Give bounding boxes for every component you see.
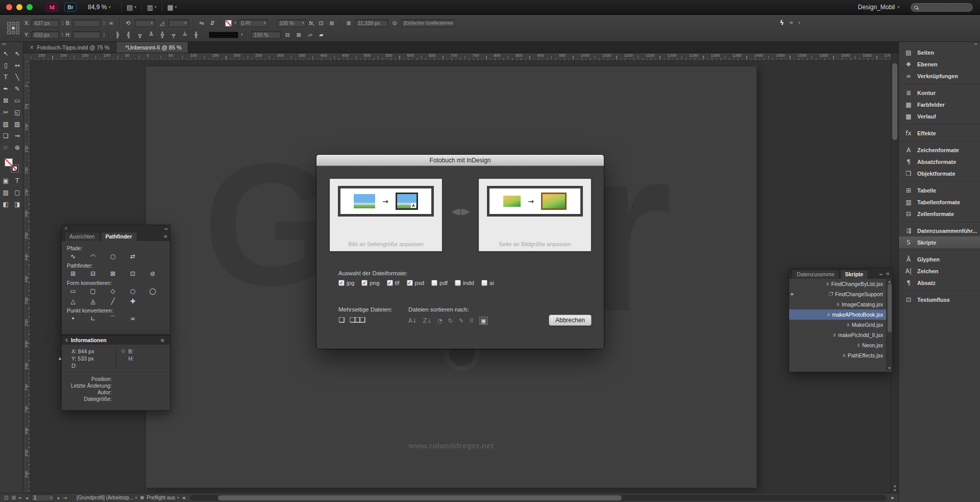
apply-none-icon[interactable]: ▢ xyxy=(12,186,23,198)
quick-apply-icon[interactable]: ϟ xyxy=(780,19,785,27)
page-tool-icon[interactable]: ▯ xyxy=(0,59,12,71)
dock-item-kontur[interactable]: ≣ Kontur xyxy=(899,87,980,99)
vertical-ruler[interactable]: 0501001502002503003504004505005506006507… xyxy=(23,61,31,493)
sort-name-descending-icon[interactable]: Z↓ xyxy=(423,317,432,324)
scroll-down-icon[interactable]: ▼ xyxy=(894,488,896,492)
next-page-icon[interactable]: ▸ xyxy=(58,495,60,500)
script-item[interactable]: S makeAPhotoBook.jsx xyxy=(789,309,886,320)
align-icon[interactable]: ╤ xyxy=(169,32,178,38)
tab-ausrichten[interactable]: Ausrichten xyxy=(64,232,100,241)
script-item[interactable]: S Neon.jsx xyxy=(789,340,886,350)
dock-item-textumfluss[interactable]: ⊡ Textumfluss xyxy=(899,294,980,305)
panel-menu-icon[interactable]: ≡ xyxy=(789,20,793,26)
dock-item-seiten[interactable]: ▤ Seiten xyxy=(899,46,980,58)
preview-view-mode-icon[interactable]: ◨ xyxy=(12,198,23,210)
dock-item-absatzformate[interactable]: ¶ Absatzformate xyxy=(899,156,980,168)
dock-item-zeichen[interactable]: A| Zeichen xyxy=(899,265,980,277)
script-item[interactable]: S makePicIndd_II.jsx xyxy=(789,330,886,340)
selection-tool-icon[interactable]: ↖ xyxy=(0,47,12,59)
checkbox[interactable]: ✓ xyxy=(481,280,487,286)
cancel-button[interactable]: Abbrechen xyxy=(549,315,592,326)
object-style-dropdown[interactable]: [Einfacher Grafikrahmen] ▾ xyxy=(401,19,454,27)
chevron-down-icon[interactable]: ▾ xyxy=(234,21,236,25)
pathfinder-intersect-icon[interactable]: ⊠ xyxy=(107,270,119,278)
width-stepper[interactable]: ▴▾ xyxy=(103,20,105,26)
dock-item-zellenformate[interactable]: ⊟ Zellenformate xyxy=(899,208,980,220)
convert-polygon-icon[interactable]: ◬ xyxy=(87,297,99,305)
flip-vertical-icon[interactable]: ⇵ xyxy=(208,20,216,27)
menubar-group[interactable]: ▦ ▾ xyxy=(162,3,182,12)
frame-fitting-icon[interactable]: ⊠ xyxy=(295,32,303,38)
convert-triangle-icon[interactable]: △ xyxy=(67,297,79,305)
zoom-tool-icon[interactable]: ⊕ xyxy=(12,141,23,153)
vertical-scrollbar-thumb[interactable] xyxy=(892,63,897,140)
tab-datenzusammenfuehrung[interactable]: Datenzusamme xyxy=(792,270,840,279)
horizontal-scrollbar[interactable] xyxy=(190,495,887,501)
y-stepper[interactable]: ▴▾ xyxy=(62,32,63,37)
bridge-button[interactable]: Br xyxy=(64,3,77,12)
height-field[interactable] xyxy=(73,31,101,39)
reverse-path-icon[interactable]: ⇄ xyxy=(127,252,139,260)
format-option[interactable]: ✓ jpg xyxy=(338,280,354,286)
minimize-window-icon[interactable] xyxy=(16,4,22,10)
gradient-swatch-tool-icon[interactable]: ▧ xyxy=(0,118,12,130)
pen-tool-icon[interactable]: ✒ xyxy=(0,83,12,94)
workspace-switcher[interactable]: Design_Mobil ▾ xyxy=(858,4,899,11)
convert-inverse-rounded-icon[interactable]: ○ xyxy=(127,287,139,295)
eyedropper-tool-icon[interactable]: ⊸ xyxy=(12,130,23,141)
checkbox[interactable]: ✓ xyxy=(455,280,461,286)
scroll-down-icon[interactable]: ▼ xyxy=(887,366,892,370)
frame-fitting-icon[interactable]: ▱ xyxy=(306,32,314,38)
fill-color-swatch[interactable] xyxy=(225,20,232,27)
scroll-left-icon[interactable]: ◀ xyxy=(182,496,185,500)
horizontal-ruler[interactable]: 2502001501005005010015020025030035040045… xyxy=(31,53,891,61)
rectangle-tool-icon[interactable]: ▭ xyxy=(12,94,23,106)
x-position-field[interactable]: 637 px xyxy=(32,19,59,27)
zoom-level-dropdown[interactable]: 84,9 % ▾ xyxy=(85,3,114,12)
convert-rounded-rectangle-icon[interactable]: ▢ xyxy=(87,287,99,295)
dock-item-glyphen[interactable]: Ā Glyphen xyxy=(899,253,980,265)
fx-button[interactable]: fx, xyxy=(309,20,314,26)
previous-page-icon[interactable]: ◂ xyxy=(26,495,28,500)
close-path-icon[interactable]: ○ xyxy=(107,252,119,260)
panel-menu-icon[interactable]: ≡ xyxy=(160,338,164,343)
expand-dock-icon[interactable]: ▸▸ xyxy=(974,42,977,46)
last-page-icon[interactable]: ⇥ xyxy=(63,495,67,500)
preflight-profile-dropdown[interactable]: [Grundprofil] (Arbeitssp... ▾ xyxy=(77,495,137,500)
multi-page-file-icon[interactable]: ❏❏❏ xyxy=(350,316,364,324)
join-path-icon[interactable]: ∿ xyxy=(67,252,79,260)
dock-item-tabellenformate[interactable]: ▥ Tabellenformate xyxy=(899,196,980,208)
checkbox[interactable]: ✓ xyxy=(407,280,413,286)
shear-angle-field[interactable]: ▾ xyxy=(168,19,189,27)
sort-date-descending-icon[interactable]: ↻ xyxy=(448,317,453,324)
effects-icon[interactable]: ⊞ xyxy=(328,20,336,27)
scripts-scrollbar[interactable]: ▲ ▼ xyxy=(886,279,892,370)
fill-stroke-swatches[interactable] xyxy=(5,158,19,173)
free-transform-tool-icon[interactable]: ◱ xyxy=(12,106,23,118)
convert-orthogonal-line-icon[interactable]: ✚ xyxy=(127,297,139,305)
pathfinder-subtract-icon[interactable]: ⊟ xyxy=(87,270,99,278)
pathfinder-minus-back-icon[interactable]: ⊘ xyxy=(146,270,159,278)
fill-swatch[interactable] xyxy=(5,158,13,166)
dock-item-verknuepfungen[interactable]: ∞ Verknüpfungen xyxy=(899,70,980,82)
panel-collapse-icon[interactable]: ⇅ xyxy=(65,338,68,343)
first-page-icon[interactable]: ⇤ xyxy=(19,495,23,500)
line-tool-icon[interactable]: ╲ xyxy=(12,71,23,83)
option-fit-image-to-page[interactable]: → A Bild an Seitengröße anpassen xyxy=(330,179,442,251)
apply-gradient-icon[interactable]: ▨ xyxy=(0,186,12,198)
close-panel-icon[interactable]: × xyxy=(64,226,68,231)
direct-selection-tool-icon[interactable]: ⇖ xyxy=(12,47,23,59)
corner-options-icon[interactable]: ⊡ xyxy=(317,20,325,27)
script-item[interactable]: S ImageCatalog.jsx xyxy=(789,299,886,309)
align-icon[interactable]: ╬ xyxy=(158,32,166,38)
formatting-affects-text-icon[interactable]: T xyxy=(12,175,23,186)
format-option[interactable]: ✓ indd xyxy=(455,280,474,286)
align-icon[interactable]: ╣ xyxy=(125,32,133,38)
checkbox[interactable]: ✓ xyxy=(361,280,368,286)
document-tab[interactable]: × Fotobuch-Tipps.indd @ 75 % xyxy=(23,42,116,53)
align-icon[interactable]: ╠ xyxy=(113,32,121,38)
single-page-file-icon[interactable]: ❏ xyxy=(338,316,344,324)
collapse-tools-icon[interactable]: ◂◂ xyxy=(2,42,6,47)
expand-panel-icon[interactable]: ▸▸ xyxy=(879,272,883,276)
open-path-icon[interactable]: ◠ xyxy=(87,252,99,260)
